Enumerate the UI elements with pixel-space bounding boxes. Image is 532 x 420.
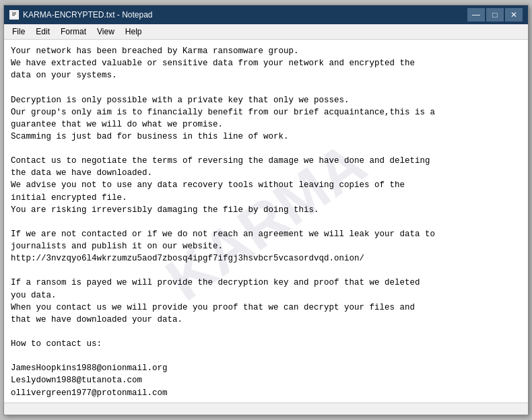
title-bar-controls: — □ ✕ <box>467 8 523 22</box>
maximize-button[interactable]: □ <box>486 8 504 22</box>
title-bar: KARMA-ENCRYPTED.txt - Notepad — □ ✕ <box>4 5 528 24</box>
window-title: KARMA-ENCRYPTED.txt - Notepad <box>23 10 153 20</box>
text-editor-area[interactable]: KARMA Your network has been breached by … <box>4 40 528 403</box>
menu-format[interactable]: Format <box>55 26 92 38</box>
menu-file[interactable]: File <box>7 26 30 38</box>
minimize-button[interactable]: — <box>467 8 485 22</box>
menu-help[interactable]: Help <box>120 26 147 38</box>
menu-edit[interactable]: Edit <box>30 26 55 38</box>
notepad-icon <box>9 10 19 20</box>
title-bar-left: KARMA-ENCRYPTED.txt - Notepad <box>9 10 153 20</box>
notepad-window: KARMA-ENCRYPTED.txt - Notepad — □ ✕ File… <box>3 5 529 415</box>
status-bar <box>4 403 528 415</box>
menu-bar: File Edit Format View Help <box>4 24 528 40</box>
text-content: Your network has been breached by Karma … <box>11 45 521 399</box>
close-button[interactable]: ✕ <box>505 8 523 22</box>
menu-view[interactable]: View <box>92 26 120 38</box>
